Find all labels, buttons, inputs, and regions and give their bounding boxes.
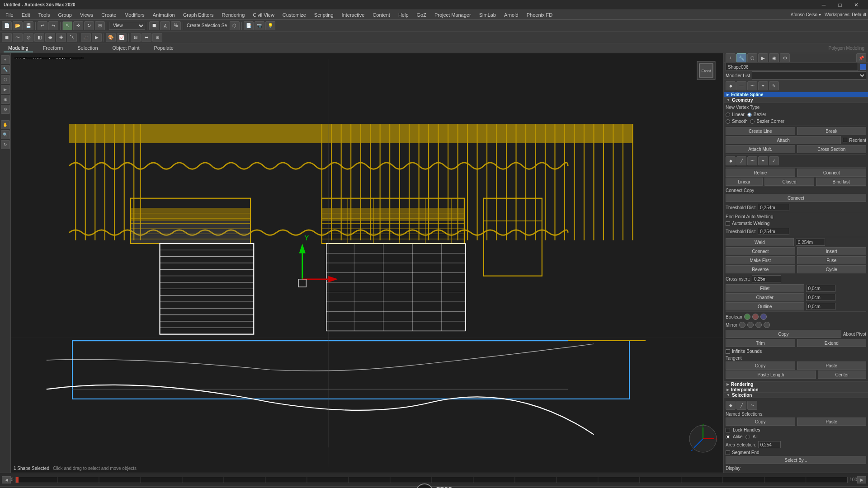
cross-section-btn[interactable]: Cross Section	[797, 145, 867, 153]
sel-spline-btn[interactable]: 〜	[747, 401, 757, 410]
subobj-btn5[interactable]: ✎	[769, 81, 779, 90]
lock-handles-checkbox[interactable]	[726, 428, 730, 432]
paste-btn[interactable]: Paste	[797, 361, 867, 370]
timeline-bar[interactable]	[15, 477, 848, 483]
rotate-btn[interactable]: ↻	[84, 21, 94, 30]
mirror-btn[interactable]: ⬌	[142, 33, 151, 42]
redo-btn[interactable]: ↪	[48, 21, 58, 30]
outline-btn[interactable]: Outline	[726, 302, 804, 310]
spline-btn[interactable]: 〜	[13, 33, 23, 42]
select-btn[interactable]: ↖	[62, 21, 72, 30]
undo-btn[interactable]: ↩	[38, 21, 47, 30]
menu-scripting[interactable]: Scripting	[311, 11, 337, 19]
make-first-btn[interactable]: Make First	[726, 256, 795, 264]
infinite-bounds-checkbox[interactable]	[726, 349, 730, 354]
modifier-dropdown[interactable]	[752, 71, 866, 80]
attach-mult-btn[interactable]: Attach Mult.	[726, 145, 795, 153]
menu-goz[interactable]: GoZ	[413, 11, 430, 19]
mirror-y-btn[interactable]	[747, 322, 754, 328]
geometry-section-header[interactable]: ▼ Geometry	[724, 98, 868, 103]
cycle-btn[interactable]: Cycle	[797, 265, 867, 273]
radio-bezier-corner-btn[interactable]	[750, 119, 755, 124]
refine-btn[interactable]: Refine	[726, 169, 795, 177]
sidebar-orbit[interactable]: ↻	[1, 140, 10, 149]
boolean-intersect-btn[interactable]	[760, 314, 767, 320]
sidebar-utilities[interactable]: ⚙	[1, 105, 10, 114]
subobj-segment-btn[interactable]: —	[736, 81, 746, 90]
menu-arnold[interactable]: Arnold	[500, 11, 522, 19]
create-sel-btn[interactable]: ⬡	[230, 21, 240, 30]
tab-selection[interactable]: Selection	[73, 44, 102, 52]
render-btn[interactable]: 🎥	[81, 33, 91, 42]
bind-last-btn[interactable]: Bind last	[816, 178, 866, 186]
reverse-btn[interactable]: Reverse	[726, 265, 795, 273]
panel-create-icon[interactable]: +	[726, 53, 736, 62]
radio-bezier-btn[interactable]	[747, 113, 752, 117]
compound-btn[interactable]: ◧	[34, 33, 44, 42]
percent-snap[interactable]: %	[171, 21, 181, 30]
layer-btn[interactable]: 📑	[244, 21, 254, 30]
radio-linear-btn[interactable]	[726, 113, 730, 117]
mirror-xy-btn[interactable]	[755, 322, 762, 328]
edit-segment-icon[interactable]: ╱	[736, 156, 746, 165]
menu-interactive[interactable]: Interactive	[338, 11, 368, 19]
sidebar-zoom[interactable]: 🔍	[1, 130, 10, 139]
selection-section-header[interactable]: ▼ Selection	[724, 393, 868, 398]
angle-snap[interactable]: ∡	[160, 21, 170, 30]
crossinsert-input[interactable]	[752, 275, 781, 282]
array-btn[interactable]: ⊞	[152, 33, 162, 42]
snap-toggle[interactable]: 🔲	[149, 21, 159, 30]
menu-rendering[interactable]: Rendering	[218, 11, 249, 19]
tab-populate[interactable]: Populate	[149, 44, 178, 52]
radio-bezier[interactable]: Bezier	[747, 112, 766, 117]
scale-btn[interactable]: ⊞	[95, 21, 105, 30]
edit-icon5[interactable]: ✓	[769, 156, 779, 165]
render-frame-btn[interactable]: ▶	[92, 33, 102, 42]
nav-cube[interactable]: Front	[693, 57, 720, 84]
sidebar-modify[interactable]: 🔧	[1, 65, 10, 74]
interpolation-section-header[interactable]: ▶ Interpolation	[724, 387, 868, 393]
menu-content[interactable]: Content	[369, 11, 394, 19]
subobj-vertex-btn[interactable]: ◆	[726, 81, 736, 90]
open-btn[interactable]: 📂	[13, 21, 23, 30]
reorient-checkbox[interactable]	[843, 138, 847, 142]
subobj-spline-btn[interactable]: 〜	[747, 81, 757, 90]
chamfer-btn[interactable]: Chamfer	[726, 293, 804, 301]
menu-project-manager[interactable]: Project Manager	[431, 11, 475, 19]
extend-btn[interactable]: Extend	[797, 339, 867, 347]
close-btn[interactable]: ✕	[848, 0, 864, 10]
connect-btn2[interactable]: Connect	[726, 194, 866, 202]
center-btn[interactable]: Center	[818, 371, 866, 379]
move-btn[interactable]: ✛	[73, 21, 83, 30]
radio-bezier-corner[interactable]: Bezier Corner	[750, 119, 784, 124]
rendering-section-header[interactable]: ▶ Rendering	[724, 382, 868, 387]
alike-radio[interactable]	[726, 435, 730, 439]
curve-editor-btn[interactable]: 📈	[117, 33, 127, 42]
panel-pin-icon[interactable]: 📌	[856, 53, 866, 62]
select-by-btn[interactable]: Select By...	[726, 456, 866, 464]
insert-btn[interactable]: Insert	[797, 247, 867, 255]
connect-btn[interactable]: Connect	[797, 169, 867, 177]
mat-editor-btn[interactable]: 🎨	[106, 33, 116, 42]
save-btn[interactable]: 💾	[24, 21, 33, 30]
sidebar-motion[interactable]: ▶	[1, 85, 10, 94]
weld-btn[interactable]: Weld	[726, 238, 794, 246]
outline-input[interactable]	[806, 303, 835, 310]
menu-create[interactable]: Create	[98, 11, 120, 19]
menu-file[interactable]: File	[2, 11, 17, 19]
timeline-prev-btn[interactable]: ◀	[2, 476, 11, 483]
radio-smooth-btn[interactable]	[726, 119, 730, 124]
tab-object-paint[interactable]: Object Paint	[108, 44, 144, 52]
menu-civil-view[interactable]: Civil View	[249, 11, 278, 19]
menu-group[interactable]: Group	[54, 11, 75, 19]
menu-edit[interactable]: Edit	[18, 11, 34, 19]
editable-spline-row[interactable]: ▶ Editable Spline	[724, 92, 868, 98]
trim-btn[interactable]: Trim	[726, 339, 795, 347]
camera-btn[interactable]: 📷	[255, 21, 264, 30]
attach-btn[interactable]: Attach	[726, 136, 841, 144]
nurbs-btn[interactable]: ◎	[24, 33, 33, 42]
linear-btn[interactable]: Linear	[726, 178, 763, 186]
edit-spline-icon[interactable]: 〜	[747, 156, 757, 165]
named-sel-paste-btn[interactable]: Paste	[797, 418, 867, 426]
menu-simlab[interactable]: SimLab	[476, 11, 500, 19]
